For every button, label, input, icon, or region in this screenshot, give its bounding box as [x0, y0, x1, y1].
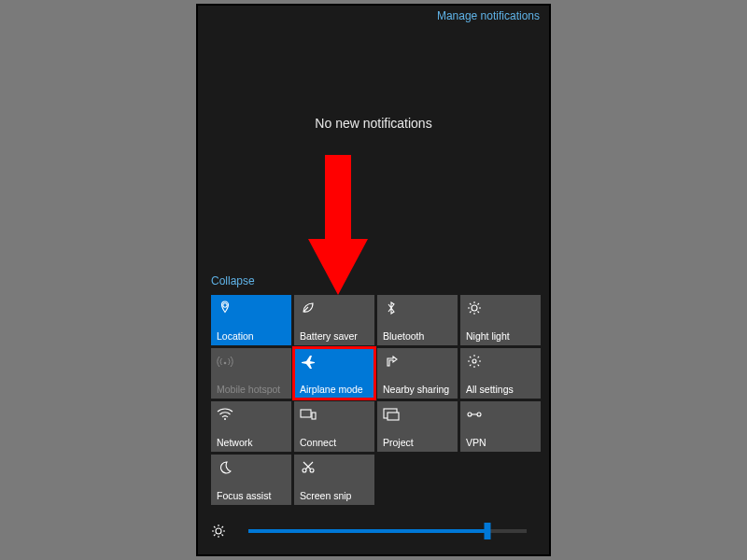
svg-point-17 [468, 413, 472, 416]
tile-label: Night light [466, 330, 537, 342]
tile-location[interactable]: Location [211, 295, 291, 345]
connect-icon [300, 406, 317, 423]
brightness-slider[interactable] [248, 529, 527, 533]
tile-label: Battery saver [300, 330, 371, 342]
tile-focus-assist[interactable]: Focus assist [211, 455, 291, 505]
project-icon [383, 406, 400, 423]
tile-connect[interactable]: Connect [294, 401, 374, 452]
svg-point-11 [472, 359, 476, 363]
svg-point-10 [224, 362, 227, 365]
tile-label: Mobile hotspot [217, 384, 288, 395]
collapse-link[interactable]: Collapse [211, 274, 255, 287]
tile-battery-saver[interactable]: Battery saver [294, 295, 374, 345]
svg-rect-14 [312, 413, 316, 419]
tile-label: Nearby sharing [383, 384, 454, 395]
svg-point-1 [472, 305, 477, 311]
action-center-panel: Manage notifications No new notification… [196, 4, 551, 556]
svg-point-24 [216, 528, 221, 534]
slider-fill [248, 529, 487, 533]
svg-rect-16 [388, 413, 399, 420]
tile-label: Location [217, 330, 288, 342]
svg-line-32 [222, 526, 224, 528]
hotspot-icon [217, 353, 233, 370]
svg-point-0 [223, 303, 227, 307]
svg-point-12 [224, 418, 226, 420]
tile-bluetooth[interactable]: Bluetooth [377, 295, 458, 345]
tile-label: VPN [466, 437, 537, 448]
tile-all-settings[interactable]: All settings [460, 348, 541, 399]
bluetooth-icon [383, 300, 400, 316]
tile-nearby-sharing[interactable]: Nearby sharing [377, 348, 458, 399]
tile-label: Airplane mode [300, 384, 371, 395]
tile-night-light[interactable]: Night light [460, 295, 541, 345]
wifi-icon [217, 406, 233, 423]
tile-label: Project [383, 437, 454, 448]
tile-airplane-mode[interactable]: Airplane mode [294, 348, 374, 399]
svg-line-6 [470, 303, 472, 305]
airplane-icon [300, 353, 317, 370]
no-notifications-text: No new notifications [198, 116, 549, 131]
svg-line-30 [222, 535, 224, 537]
tile-mobile-hotspot[interactable]: Mobile hotspot [211, 348, 291, 399]
brightness-slider-row [211, 515, 536, 547]
manage-notifications-link[interactable]: Manage notifications [437, 9, 540, 22]
tile-vpn[interactable]: VPN [460, 401, 541, 452]
tile-screen-snip[interactable]: Screen snip [294, 455, 374, 505]
share-icon [383, 353, 400, 370]
quick-actions-grid: Location Battery saver Bluetooth Night l… [211, 295, 541, 505]
snip-icon [300, 459, 317, 476]
vpn-icon [466, 406, 483, 423]
tile-label: Bluetooth [383, 330, 454, 342]
moon-icon [217, 459, 233, 476]
location-icon [217, 300, 233, 316]
settings-icon [466, 353, 483, 370]
svg-line-8 [470, 312, 472, 314]
svg-line-31 [214, 535, 216, 537]
svg-line-9 [478, 303, 480, 305]
tile-label: Connect [300, 437, 371, 448]
tile-project[interactable]: Project [377, 401, 458, 452]
tile-label: Screen snip [300, 490, 371, 501]
svg-rect-13 [301, 410, 311, 417]
slider-thumb[interactable] [485, 523, 491, 539]
svg-line-29 [214, 526, 216, 528]
tile-label: All settings [466, 384, 537, 395]
annotation-arrow [308, 155, 368, 295]
svg-line-7 [478, 312, 480, 314]
tile-label: Focus assist [217, 490, 288, 501]
tile-network[interactable]: Network [211, 401, 291, 452]
tile-label: Network [217, 437, 288, 448]
night-light-icon [466, 300, 483, 316]
brightness-icon [211, 524, 239, 539]
leaf-icon [300, 300, 317, 316]
svg-point-18 [477, 413, 481, 416]
